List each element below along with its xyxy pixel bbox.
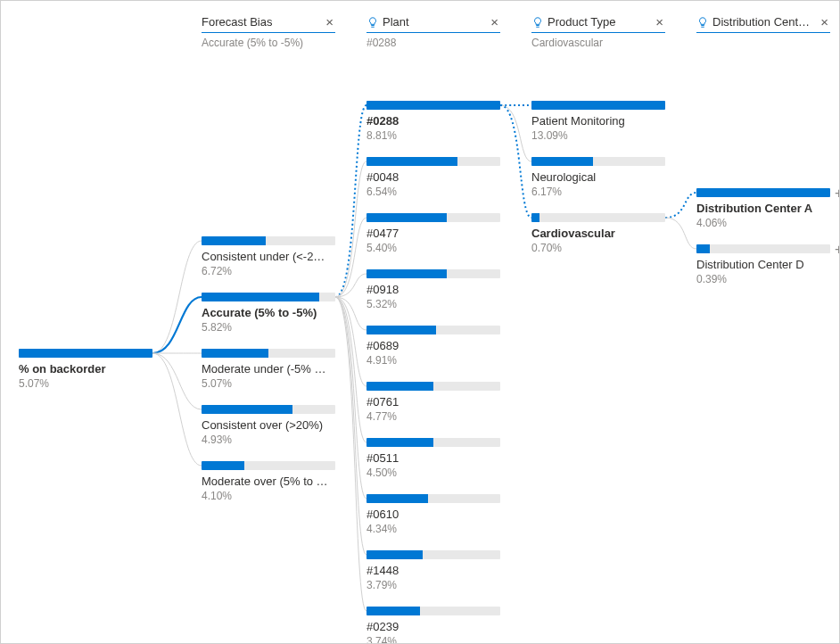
column-header-plant[interactable]: Plant × #0288 [366,15,500,49]
column-title: Plant [383,15,489,29]
root-node[interactable]: % on backorder 5.07% [19,349,152,390]
tree-node[interactable]: #02393.74% [366,607,500,644]
tree-node[interactable]: #14483.79% [366,550,500,591]
bar-fill [696,244,710,253]
bar [531,101,665,110]
node-value: 4.50% [366,466,500,479]
node-value: 3.79% [366,579,500,591]
tree-node[interactable]: #00486.54% [366,157,500,198]
node-label: #0288 [366,114,500,128]
tree-node[interactable]: #06894.91% [366,326,500,367]
decomposition-tree: Forecast Bias × Accurate (5% to -5%) Pla… [0,0,840,644]
bar [696,188,830,197]
bar-fill [202,236,266,245]
bar-fill [202,405,292,414]
column-subtitle: Cardiovascular [531,37,665,49]
bar-fill [531,101,665,110]
tree-node[interactable]: Accurate (5% to -5%)5.82% [202,293,335,334]
close-icon[interactable]: × [324,15,335,29]
column-header-forecast-bias[interactable]: Forecast Bias × Accurate (5% to -5%) [202,15,335,49]
bar-fill [366,550,423,559]
bar-fill [696,188,830,197]
column-rule [366,32,500,33]
node-value: 4.93% [202,433,335,446]
tree-node[interactable]: Distribution Center A4.06% [696,188,830,229]
node-label: Patient Monitoring [531,114,665,128]
node-label: #0511 [366,451,500,465]
node-label: #0918 [366,283,500,296]
node-label: #0477 [366,227,500,240]
tree-node[interactable]: #06104.34% [366,494,500,535]
node-value: 4.06% [696,217,830,229]
node-label: Cardiovascular [531,227,665,240]
bar [202,236,335,245]
node-value: 13.09% [531,129,665,142]
column-header-product-type[interactable]: Product Type × Cardiovascular [531,15,665,49]
tree-node[interactable]: Consistent over (>20%)4.93% [202,405,335,446]
bar [202,293,335,301]
tree-node[interactable]: #07614.77% [366,382,500,423]
bar [366,550,500,559]
node-label: % on backorder [19,362,152,376]
node-value: 8.81% [366,129,500,142]
column-rule [696,32,830,33]
node-label: #0761 [366,395,500,409]
node-value: 5.07% [19,377,152,390]
expand-icon[interactable]: + [835,186,840,202]
node-value: 5.07% [202,377,335,390]
bar [19,349,152,358]
column-subtitle: Accurate (5% to -5%) [202,37,335,49]
tree-node[interactable]: Consistent under (<-2…6.72% [202,236,335,277]
bar [531,157,665,166]
node-value: 4.91% [366,354,500,367]
close-icon[interactable]: × [654,15,665,29]
bar [366,157,500,166]
node-label: Moderate over (5% to … [202,475,335,488]
bar-fill [366,494,428,503]
node-label: #0239 [366,620,500,633]
bar-fill [202,349,268,358]
column-title: Distribution Cent… [712,15,819,29]
tree-node[interactable]: #04775.40% [366,213,500,254]
bar [366,269,500,278]
bar [366,213,500,222]
close-icon[interactable]: × [489,15,500,29]
tree-node[interactable]: #09185.32% [366,269,500,310]
bar [366,607,500,615]
bar [366,382,500,391]
bar [202,405,335,414]
column-title: Forecast Bias [202,15,324,29]
connectors [1,1,840,644]
node-value: 5.32% [366,298,500,310]
node-value: 6.17% [531,186,665,198]
node-value: 0.70% [531,242,665,254]
tree-node[interactable]: Distribution Center D0.39% [696,244,830,285]
bar-fill [366,326,436,334]
bar-fill [366,213,447,222]
node-value: 4.10% [202,490,335,502]
bar-fill [202,293,319,301]
node-label: #0048 [366,170,500,184]
column-header-distribution-center[interactable]: Distribution Cent… × [696,15,830,33]
bar [366,438,500,447]
node-label: #0689 [366,339,500,352]
tree-node[interactable]: #05114.50% [366,438,500,479]
bar-fill [366,438,433,447]
expand-icon[interactable]: + [835,242,840,258]
bar-fill [366,157,457,166]
node-value: 3.74% [366,635,500,644]
bar-fill [202,461,244,470]
tree-node[interactable]: Moderate under (-5% …5.07% [202,349,335,390]
node-label: Consistent over (>20%) [202,418,335,432]
node-label: Accurate (5% to -5%) [202,306,335,319]
tree-node[interactable]: Neurological6.17% [531,157,665,198]
bar-fill [366,382,433,391]
bar-fill [19,349,152,358]
node-value: 4.77% [366,410,500,423]
bar [696,244,830,253]
tree-node[interactable]: Cardiovascular0.70% [531,213,665,254]
tree-node[interactable]: #02888.81% [366,101,500,142]
close-icon[interactable]: × [819,15,830,29]
tree-node[interactable]: Patient Monitoring13.09% [531,101,665,142]
tree-node[interactable]: Moderate over (5% to …4.10% [202,461,335,502]
